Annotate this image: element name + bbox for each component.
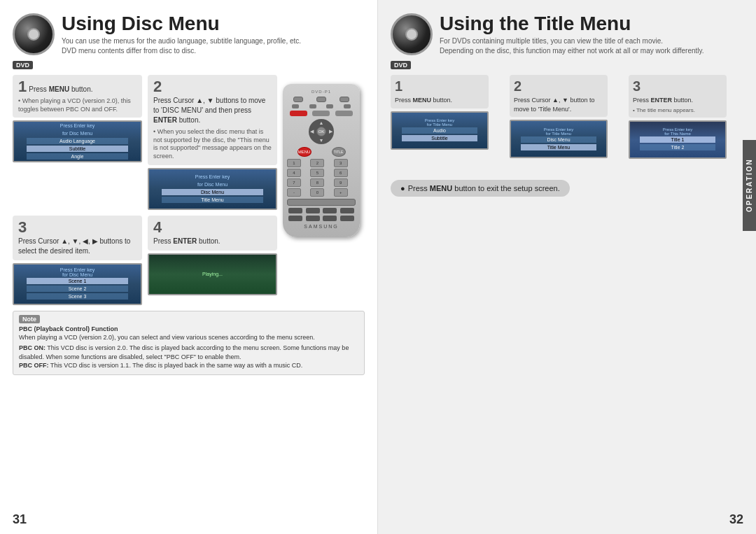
right-screen-1: Press Enter keyfor Title Menu Audio Subt…	[391, 111, 489, 150]
menu-exit-note: ● Press MENU button to exit the setup sc…	[391, 180, 570, 197]
right-steps: 1 Press MENU button. Press Enter keyfor …	[391, 75, 743, 159]
right-step-2-box: 2 Press Cursor ▲, ▼ button to move to 'T…	[510, 75, 608, 117]
right-title: Using the Title Menu	[440, 13, 704, 35]
disc-icon-right	[391, 13, 433, 55]
right-screen-2: Press Enter keyfor Title Menu Disc Menu …	[510, 120, 608, 158]
remote-control: DVD-P1	[283, 84, 367, 237]
left-page: Using Disc Menu You can use the menus fo…	[0, 0, 378, 534]
right-step-1-number: 1	[395, 78, 402, 94]
note-title: Note	[19, 316, 358, 323]
step-1-box: 1 Press MENU button. • When playing a VC…	[13, 75, 142, 118]
note-box: Note PBC (Playback Control) Function Whe…	[13, 311, 365, 375]
right-step-3-bullet: • The title menu appears.	[633, 107, 722, 114]
step-1-text: Press MENU button.	[29, 85, 92, 93]
step-1-bullet: • When playing a VCD (version 2.0), this…	[18, 97, 136, 113]
remote-nav-circle: ▲ ▼ ◀ ▶ OK	[309, 119, 334, 144]
dvd-badge-right: DVD	[391, 61, 411, 69]
page-number-right: 32	[729, 512, 743, 527]
step-4-text: Press ENTER button.	[153, 237, 272, 246]
step-4-number: 4	[153, 218, 162, 236]
screen-thumb-4: Playing...	[148, 253, 277, 295]
step-3-text: Press Cursor ▲, ▼, ◀, ▶ buttons to selec…	[18, 237, 136, 256]
page: Using Disc Menu You can use the menus fo…	[0, 0, 756, 534]
right-header: Using the Title Menu For DVDs containing…	[391, 13, 743, 56]
right-step-1-box: 1 Press MENU button.	[391, 75, 489, 108]
note-pbc-on: PBC ON: This VCD disc is version 2.0. Th…	[19, 344, 358, 361]
right-step-2-number: 2	[514, 78, 522, 94]
left-title: Using Disc Menu	[62, 13, 301, 35]
step-2-box: 2 Press Cursor ▲, ▼ buttons to move to '…	[148, 75, 277, 165]
step-2-number: 2	[153, 78, 162, 95]
right-screen-3: Press Enter keyfor This Name Title 1 Tit…	[629, 120, 727, 159]
note-pbc-off: PBC OFF: This VCD disc is version 1.1. T…	[19, 361, 358, 370]
page-number-left: 31	[13, 512, 27, 527]
step-2-bullet: • When you select the disc menu that is …	[153, 128, 272, 161]
step-3-number: 3	[18, 218, 27, 236]
step-3-box: 3 Press Cursor ▲, ▼, ◀, ▶ buttons to sel…	[13, 216, 142, 260]
step-1-number: 1	[18, 78, 27, 95]
left-subtitle: You can use the menus for the audio lang…	[62, 36, 301, 56]
right-step-3-number: 3	[633, 78, 640, 94]
right-page: Using the Title Menu For DVDs containing…	[378, 0, 756, 534]
screen-thumb-1: Press Enter keyfor Disc Menu Audio Langu…	[13, 120, 142, 162]
right-step-1-text: Press MENU button.	[395, 96, 484, 105]
left-header: Using Disc Menu You can use the menus fo…	[13, 13, 365, 56]
right-step-2-text: Press Cursor ▲, ▼ button to move to 'Tit…	[514, 96, 603, 113]
disc-icon-left	[13, 13, 55, 55]
note-pbc-desc: When playing a VCD (version 2.0), you ca…	[19, 333, 358, 342]
exit-note-text: Press MENU button to exit the setup scre…	[408, 184, 560, 192]
right-subtitle: For DVDs containing multiple titles, you…	[440, 36, 704, 56]
note-pbc-title: PBC (Playback Control) Function	[19, 325, 358, 334]
right-step-3-box: 3 Press ENTER button. • The title menu a…	[629, 75, 727, 118]
step-4-box: 4 Press ENTER button.	[148, 216, 277, 251]
exit-note-container: ● Press MENU button to exit the setup sc…	[391, 173, 743, 197]
operation-sidebar: OPERATION	[743, 140, 756, 231]
step-2-text: Press Cursor ▲, ▼ buttons to move to 'DI…	[153, 96, 272, 125]
right-step-3-text: Press ENTER button.	[633, 96, 722, 105]
remote-brand: SAMSUNG	[287, 224, 356, 229]
dvd-badge-left: DVD	[13, 61, 33, 69]
screen-thumb-2: Press Enter keyfor Disc Menu Disc Menu T…	[148, 168, 277, 210]
screen-thumb-3: Press Enter keyfor Disc Menu Scene 1 Sce…	[13, 263, 142, 305]
